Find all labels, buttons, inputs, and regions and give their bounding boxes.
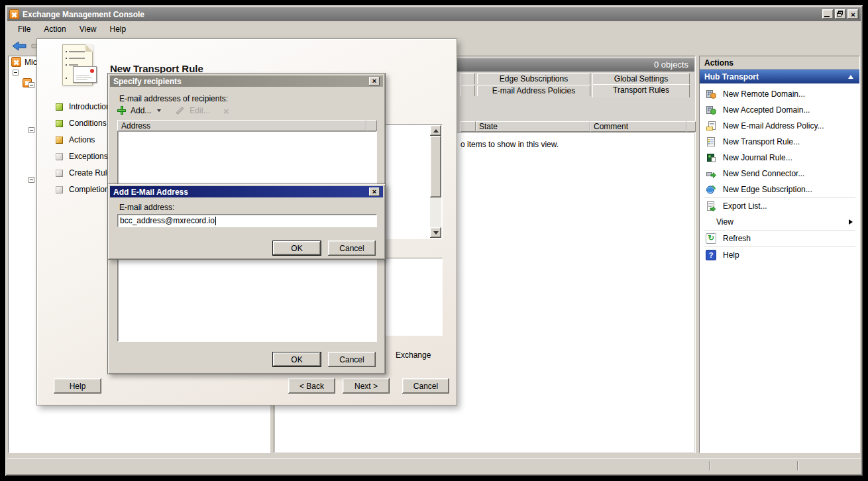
menu-file[interactable]: File [11,23,37,36]
refresh-icon: ↻ [706,233,716,244]
minimize-button[interactable] [822,9,834,19]
edit-button[interactable]: Edit... [190,106,210,115]
submenu-arrow-icon [849,219,853,225]
add-email-address-dialog: Add E-Mail Address × E-mail address: bcc… [107,184,386,260]
column-header-stub[interactable] [461,121,476,132]
close-button[interactable]: × [369,77,380,85]
text-caret [215,217,216,225]
wizard-page-icon [62,44,93,85]
step-todo-icon [56,153,63,160]
email-address-input[interactable]: bcc_address@mxrecord.io [117,214,377,227]
email-policy-icon [706,121,716,131]
action-new-journal-rule[interactable]: New Journal Rule... [700,150,859,166]
actions-pane-title: Actions [700,56,859,70]
column-header-stub[interactable] [366,120,377,131]
back-button[interactable]: < Back [288,378,335,394]
object-count: 0 objects [654,60,688,70]
menu-view[interactable]: View [73,23,103,36]
cancel-button[interactable]: Cancel [328,352,376,367]
remote-domain-icon [706,89,716,99]
action-view[interactable]: View [700,214,859,230]
email-address-label: E-mail address: [119,203,174,212]
tab-global-settings[interactable]: Global Settings [592,73,690,84]
action-help[interactable]: ? Help [700,247,859,263]
wizard-step-exceptions: Exceptions [56,152,108,161]
dialog-title: Add E-Mail Address [113,187,188,197]
tab-stub[interactable] [461,73,475,84]
cancel-button[interactable]: Cancel [328,240,376,256]
close-icon: × [372,77,376,85]
tree-expander-icon[interactable] [13,70,19,76]
tab-email-address-policies[interactable]: E-mail Address Policies [477,85,590,96]
scroll-down-button[interactable] [430,227,441,238]
action-new-email-address-policy[interactable]: New E-mail Address Policy... [700,118,859,134]
scroll-up-button[interactable] [430,125,441,136]
email-address-value: bcc_address@mxrecord.io [120,216,215,225]
tree-expander-icon[interactable] [28,82,34,88]
close-icon: × [372,187,376,195]
address-column-header[interactable]: Address [117,120,366,131]
step-done-icon [56,120,63,127]
menu-bar: File Action View Help [7,21,861,36]
status-bar [7,458,861,472]
scrollbar[interactable] [430,125,441,238]
close-icon: × [851,11,855,19]
help-icon: ? [706,250,716,260]
ok-button[interactable]: OK [272,240,321,256]
recipients-label: E-mail addresses of recipients: [119,94,228,103]
status-divider [797,461,798,470]
help-button[interactable]: Help [54,378,101,394]
envelope-icon [73,66,97,83]
send-connector-icon [706,168,716,179]
back-icon[interactable] [12,40,27,52]
empty-list-text: o items to show in this view. [461,140,559,149]
edge-subscription-icon [706,184,716,195]
step-done-icon [56,103,63,111]
menu-action[interactable]: Action [37,23,72,36]
tab-stub[interactable] [461,85,475,96]
window-title: Exchange Management Console [23,10,821,19]
next-button[interactable]: Next > [343,378,390,394]
window-titlebar[interactable]: Exchange Management Console × [7,7,861,21]
hub-transport-group-header[interactable]: Hub Transport [700,70,859,83]
wizard-step-conditions: Conditions [56,119,107,128]
restore-button[interactable] [835,9,846,19]
action-new-transport-rule[interactable]: New Transport Rule... [700,134,859,150]
add-button[interactable]: Add... [131,106,151,115]
column-header-stub[interactable] [686,121,696,132]
tree-expander-icon[interactable] [28,177,34,183]
scrollbar-thumb[interactable] [430,136,441,197]
menu-help[interactable]: Help [103,23,133,36]
tab-edge-subscriptions[interactable]: Edge Subscriptions [477,73,590,84]
cancel-button[interactable]: Cancel [402,378,449,394]
tree-expander-icon[interactable] [28,127,34,133]
dialog-titlebar[interactable]: Add E-Mail Address × [110,186,383,197]
tab-transport-rules[interactable]: Transport Rules [592,84,690,97]
export-list-icon [706,201,716,211]
scroll-down-icon [433,231,439,235]
action-new-remote-domain[interactable]: New Remote Domain... [700,86,859,102]
action-new-send-connector[interactable]: New Send Connector... [700,166,859,182]
status-divider [709,461,710,470]
action-new-accepted-domain[interactable]: New Accepted Domain... [700,102,859,118]
column-header-comment[interactable]: Comment [590,121,686,132]
delete-icon[interactable]: × [223,105,229,117]
recipients-toolbar: Add... Edit... × [117,105,229,116]
wizard-step-actions: Actions [56,135,95,144]
add-dropdown-icon[interactable] [157,109,161,112]
app-icon [9,9,19,19]
wizard-step-create-rule: Create Rule [56,168,111,178]
close-button[interactable]: × [369,187,380,196]
step-current-icon [56,136,63,144]
ok-button[interactable]: OK [272,352,321,367]
edit-icon [176,107,184,115]
add-icon [117,106,127,116]
column-header-state[interactable]: State [476,121,590,132]
close-button[interactable]: × [847,9,859,19]
action-export-list[interactable]: Export List... [700,198,859,214]
wizard-step-completion: Completion [56,185,109,194]
dialog-titlebar[interactable]: Specify recipients × [110,76,383,87]
accepted-domain-icon [706,105,716,115]
action-new-edge-subscription[interactable]: New Edge Subscription... [700,182,859,197]
action-refresh[interactable]: ↻ Refresh [700,231,859,246]
